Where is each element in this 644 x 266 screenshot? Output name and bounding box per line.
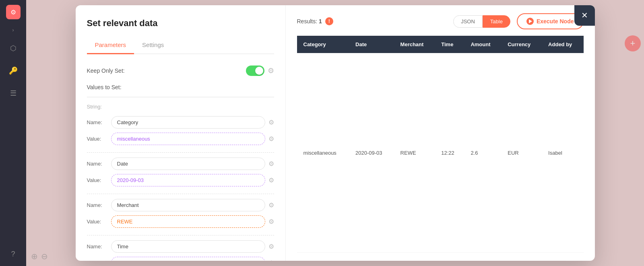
field-group-1: Name: ⚙ Value: ⚙ — [87, 152, 274, 192]
sidebar: ⚙ › ⬡ 🔑 ☰ ? — [0, 0, 26, 266]
value-gear-icon-0[interactable]: ⚙ — [268, 135, 274, 143]
table-cell-0-0: miscellaneous — [297, 53, 349, 253]
field-group-2: Name: ⚙ Value: ⚙ — [87, 194, 274, 233]
view-table-button[interactable]: Table — [483, 15, 510, 28]
keep-only-row: Keep Only Set: ⚙ — [87, 65, 274, 76]
modal-title: Set relevant data — [87, 18, 274, 29]
table-header-added-by: Added by — [542, 36, 583, 53]
table-cell-0-6: Isabel — [542, 53, 583, 253]
value-input-3[interactable] — [111, 257, 265, 261]
logo-icon: ⚙ — [10, 8, 16, 16]
table-row-0: miscellaneous2020-09-03REWE12:222.6EURIs… — [297, 53, 584, 253]
value-gear-icon-1[interactable]: ⚙ — [268, 176, 274, 184]
tab-settings[interactable]: Settings — [134, 38, 172, 54]
name-input-1[interactable] — [111, 158, 265, 170]
value-input-1[interactable] — [111, 174, 265, 186]
name-input-3[interactable] — [111, 240, 265, 253]
table-cell-0-4: 2.6 — [464, 53, 501, 253]
sidebar-icon-list[interactable]: ☰ — [6, 86, 21, 100]
value-input-2[interactable] — [111, 215, 265, 228]
name-row-2: Name: ⚙ — [87, 199, 274, 211]
table-header-merchant: Merchant — [394, 36, 435, 53]
play-icon — [526, 18, 534, 25]
view-json-button[interactable]: JSON — [453, 15, 483, 28]
table-header-amount: Amount — [464, 36, 501, 53]
value-input-0[interactable] — [111, 133, 265, 145]
name-label-2: Name: — [87, 202, 108, 208]
table-cell-0-1: 2020-09-03 — [349, 53, 394, 253]
results-count: 1 — [319, 18, 322, 25]
value-row-0: Value: ⚙ — [87, 133, 274, 145]
name-gear-icon-2[interactable]: ⚙ — [268, 201, 274, 209]
value-row-3: Value: ⚙ — [87, 257, 274, 261]
name-label-3: Name: — [87, 243, 108, 250]
name-gear-icon-0[interactable]: ⚙ — [268, 119, 274, 126]
left-panel: Set relevant data Parameters Settings Ke… — [76, 5, 286, 261]
close-button[interactable]: ✕ — [574, 5, 595, 26]
name-row-3: Name: ⚙ — [87, 240, 274, 253]
name-input-2[interactable] — [111, 199, 265, 211]
modal: ✕ Set relevant data Parameters Settings … — [76, 5, 595, 261]
table-header-currency: Currency — [501, 36, 542, 53]
table-header-date: Date — [349, 36, 394, 53]
value-row-1: Value: ⚙ — [87, 174, 274, 186]
table-cell-0-5: EUR — [501, 53, 542, 253]
name-input-0[interactable] — [111, 116, 265, 129]
sidebar-icon-key[interactable]: 🔑 — [6, 63, 21, 78]
keep-only-gear-icon[interactable]: ⚙ — [268, 66, 274, 75]
sidebar-logo[interactable]: ⚙ — [6, 5, 21, 19]
table-body: miscellaneous2020-09-03REWE12:222.6EURIs… — [297, 53, 584, 253]
value-label-3: Value: — [87, 260, 108, 261]
table-cell-0-2: REWE — [394, 53, 435, 253]
field-group-3: Name: ⚙ Value: ⚙ — [87, 235, 274, 261]
right-panel: Results: 1 ! JSON Table Execute Node — [286, 5, 595, 261]
sidebar-collapse-arrow[interactable]: › — [12, 27, 14, 33]
values-to-set-label: Values to Set: — [87, 84, 274, 90]
results-label: Results: 1 — [297, 18, 322, 25]
keep-only-toggle[interactable] — [246, 65, 264, 76]
execute-node-button[interactable]: Execute Node — [517, 13, 584, 29]
name-label-0: Name: — [87, 119, 108, 125]
keep-only-label: Keep Only Set: — [87, 68, 125, 74]
table-header: CategoryDateMerchantTimeAmountCurrencyAd… — [297, 36, 584, 53]
sidebar-icon-nodes[interactable]: ⬡ — [6, 41, 21, 55]
value-gear-icon-2[interactable]: ⚙ — [268, 218, 274, 225]
value-label-1: Value: — [87, 177, 108, 183]
results-left: Results: 1 ! — [297, 17, 333, 25]
close-icon: ✕ — [581, 10, 588, 20]
table-header-time: Time — [435, 36, 464, 53]
table-cell-0-3: 12:22 — [435, 53, 464, 253]
info-icon[interactable]: ! — [325, 17, 333, 25]
fields-container: Name: ⚙ Value: ⚙ Name: ⚙ Value: ⚙ Name: … — [87, 116, 274, 261]
value-label-2: Value: — [87, 219, 108, 225]
toggle-knob — [255, 67, 263, 75]
name-row-0: Name: ⚙ — [87, 116, 274, 129]
tab-bar: Parameters Settings — [87, 38, 274, 54]
value-row-2: Value: ⚙ — [87, 215, 274, 228]
modal-overlay: ✕ Set relevant data Parameters Settings … — [26, 0, 644, 266]
tab-parameters[interactable]: Parameters — [87, 38, 134, 54]
name-row-1: Name: ⚙ — [87, 158, 274, 170]
name-gear-icon-3[interactable]: ⚙ — [268, 243, 274, 250]
execute-label: Execute Node — [537, 18, 574, 25]
view-toggle: JSON Table — [453, 15, 510, 28]
results-bar: Results: 1 ! JSON Table Execute Node — [297, 13, 584, 29]
value-gear-icon-3[interactable]: ⚙ — [268, 259, 274, 261]
table-header-row: CategoryDateMerchantTimeAmountCurrencyAd… — [297, 36, 584, 53]
results-table: CategoryDateMerchantTimeAmountCurrencyAd… — [297, 36, 584, 253]
table-header-category: Category — [297, 36, 349, 53]
value-label-0: Value: — [87, 136, 108, 142]
keep-only-toggle-area: ⚙ — [246, 65, 274, 76]
name-label-1: Name: — [87, 161, 108, 167]
string-label: String: — [87, 104, 274, 110]
field-group-0: Name: ⚙ Value: ⚙ — [87, 116, 274, 151]
name-gear-icon-1[interactable]: ⚙ — [268, 160, 274, 168]
sidebar-icon-help[interactable]: ? — [6, 247, 21, 261]
divider — [87, 97, 274, 97]
